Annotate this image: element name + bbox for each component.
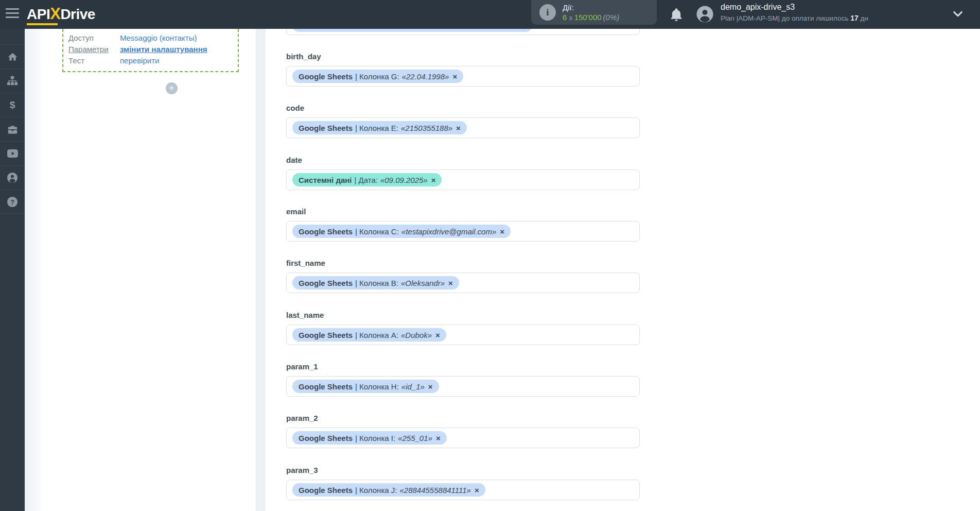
field-row-param-2: param_2 Google Sheets| Колонка I:«255_01… — [286, 414, 640, 448]
field-input[interactable]: Системні дані| Дата:«09.09.2025»× — [286, 169, 640, 190]
actions-label: Дії: — [563, 3, 619, 12]
days-left: 17 — [850, 14, 859, 22]
briefcase-icon — [7, 124, 18, 135]
field-row-date: date Системні дані| Дата:«09.09.2025»× — [286, 156, 640, 190]
check-link[interactable]: перевірити — [120, 55, 159, 66]
sidebar-item-services[interactable] — [0, 117, 25, 141]
setup-row-access: Доступ Messaggio (контакты) — [68, 32, 238, 44]
test-label: Тест — [68, 55, 120, 66]
remove-pill-icon[interactable]: × — [475, 486, 479, 495]
setup-row-test: Тест перевірити — [68, 55, 238, 66]
field-input[interactable]: Google Sheets| Колонка B:«Oleksandr»× — [286, 272, 640, 293]
field-label: param_2 — [286, 414, 640, 423]
remove-pill-icon[interactable]: × — [428, 382, 433, 391]
actions-usage: 6 з 150'000(0%) — [563, 12, 619, 23]
mapping-pill: Google Sheets| Колонка C:«testapixdrive@… — [292, 225, 511, 238]
access-link[interactable]: Messaggio (контакты) — [120, 32, 197, 44]
help-icon: ? — [7, 196, 18, 208]
field-row-param-3: param_3 Google Sheets| Колонка J:«288445… — [286, 466, 640, 500]
field-row-first-name: first_name Google Sheets| Колонка B:«Ole… — [286, 259, 640, 293]
connections-icon — [7, 75, 18, 87]
mapping-pill: Google Sheets| Колонка I:«255_01»× — [292, 431, 447, 445]
mapping-pill: Google Sheets| Колонка H:«id_1»× — [292, 380, 439, 393]
dollar-icon: $ — [7, 99, 18, 111]
setup-summary-box: Доступ Messaggio (контакты) Параметри зм… — [62, 29, 239, 72]
remove-pill-icon[interactable]: × — [452, 72, 457, 81]
hamburger-menu-icon[interactable] — [6, 8, 19, 21]
sidebar-item-payments[interactable]: $ — [0, 93, 25, 117]
sidebar-item-profile[interactable] — [0, 165, 25, 190]
sidebar-item-home[interactable] — [0, 44, 25, 69]
apixdrive-logo[interactable]: APIXDrive — [27, 5, 95, 23]
svg-text:?: ? — [10, 198, 14, 206]
field-input[interactable]: Google Sheets| Колонка G:«22.04.1998»× — [286, 66, 640, 87]
field-label: last_name — [286, 311, 640, 320]
mapping-pill: Google Sheets| Колонка B:«Oleksandr»× — [292, 276, 459, 289]
account-chevron-down-icon[interactable] — [952, 10, 964, 19]
field-row-email: email Google Sheets| Колонка C:«testapix… — [286, 207, 640, 242]
access-label: Доступ — [68, 32, 120, 44]
account-plan: Plan |ADM-AP-SM| до оплати лишилось 17 д… — [721, 14, 868, 22]
sidebar-item-help[interactable]: ? — [0, 190, 25, 214]
mapping-pill-system: Системні дані| Дата:«09.09.2025»× — [292, 173, 442, 186]
profile-icon — [7, 172, 18, 183]
field-label: birth_day — [286, 52, 640, 62]
mapping-pill: Google Sheets| Колонка A:«Dubok»× — [292, 328, 446, 342]
remove-pill-icon[interactable]: × — [456, 124, 461, 132]
field-input[interactable]: Google Sheets| Колонка H:«id_1»× — [286, 376, 640, 397]
field-input[interactable]: Google Sheets| Колонка E:«2150355188»× — [286, 117, 640, 138]
panel-gutter — [25, 29, 45, 511]
field-row-code: code Google Sheets| Колонка E:«215035518… — [286, 104, 640, 138]
field-label: param_3 — [286, 466, 640, 475]
remove-pill-icon[interactable]: × — [435, 331, 440, 339]
field-input[interactable]: Google Sheets| Колонка A:«Dubok»× — [286, 325, 640, 345]
step-setup-panel: Доступ Messaggio (контакты) Параметри зм… — [45, 29, 256, 511]
change-settings-link[interactable]: змінити налаштування — [120, 44, 207, 55]
info-icon[interactable]: i — [539, 4, 556, 21]
field-input[interactable]: Google Sheets| Колонка C:«testapixdrive@… — [286, 221, 640, 242]
parameters-label: Параметри — [68, 44, 120, 55]
user-avatar[interactable] — [696, 5, 714, 23]
remove-pill-icon[interactable]: × — [448, 279, 453, 287]
account-name[interactable]: demo_apix-drive_s3 — [721, 3, 795, 12]
notifications-bell-icon[interactable] — [669, 7, 684, 22]
actions-counter-box: i Дії: 6 з 150'000(0%) — [531, 0, 657, 25]
field-row-last-name: last_name Google Sheets| Колонка A:«Dubo… — [286, 311, 640, 345]
logo-x: X — [50, 5, 60, 23]
home-icon — [7, 52, 18, 62]
setup-row-parameters: Параметри змінити налаштування — [68, 44, 238, 55]
mapping-pill: Google Sheets| Колонка J:«28844555884111… — [292, 483, 485, 497]
mapping-pill: Google Sheets| Колонка E:«2150355188»× — [292, 121, 467, 134]
mapping-pill: Google Sheets| Колонка G:«22.04.1998»× — [292, 70, 463, 83]
field-input[interactable]: Google Sheets| Колонка J:«28844555884111… — [286, 480, 640, 500]
field-label: code — [286, 104, 640, 113]
field-input[interactable]: Google Sheets| Колонка I:«255_01»× — [286, 428, 640, 448]
remove-pill-icon[interactable]: × — [500, 227, 504, 236]
video-icon — [7, 149, 19, 159]
field-label: param_1 — [286, 362, 640, 372]
actions-counter: Дії: 6 з 150'000(0%) — [563, 3, 619, 23]
field-mapping-area: birth_day Google Sheets| Колонка G:«22.0… — [266, 29, 980, 511]
svg-text:$: $ — [10, 99, 15, 110]
field-row-param-1: param_1 Google Sheets| Колонка H:«id_1»× — [286, 362, 640, 397]
remove-pill-icon[interactable]: × — [431, 176, 436, 184]
field-label: date — [286, 156, 640, 165]
left-sidebar: $ ? — [0, 29, 25, 511]
field-row-birth-day: birth_day Google Sheets| Колонка G:«22.0… — [286, 52, 640, 87]
remove-pill-icon[interactable]: × — [436, 434, 441, 442]
add-step-button[interactable]: + — [166, 82, 178, 94]
logo-underline — [27, 23, 58, 25]
field-label: first_name — [286, 259, 640, 268]
content-scrollbar[interactable] — [256, 29, 266, 511]
top-header: APIXDrive i Дії: 6 з 150'000(0%) demo_ap… — [0, 0, 980, 29]
sidebar-item-video[interactable] — [0, 141, 25, 165]
field-label: email — [286, 207, 640, 217]
sidebar-item-connections[interactable] — [0, 69, 25, 93]
